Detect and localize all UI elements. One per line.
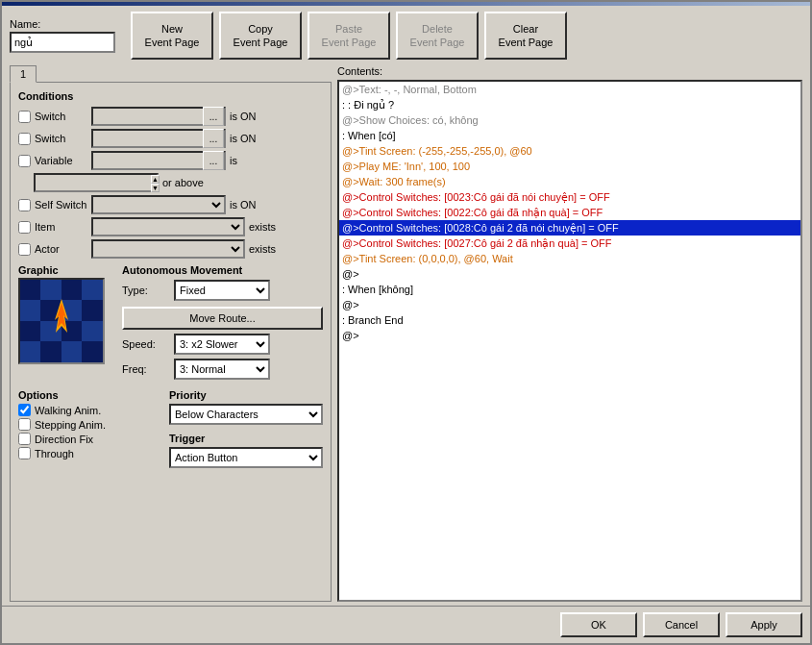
trigger-box: Trigger Action Button Player Touch Event… (169, 433, 323, 468)
switch2-suffix: is ON (230, 133, 257, 144)
copy-event-page-button[interactable]: Copy Event Page (219, 12, 302, 60)
graphic-title: Graphic (18, 264, 59, 276)
variable-suffix: is (230, 155, 237, 166)
item-dropdown[interactable] (91, 217, 245, 236)
name-input[interactable] (10, 32, 115, 53)
actor-suffix: exists (249, 243, 276, 255)
speed-dropdown[interactable]: 1: x8 Slower 2: x4 Slower 3: x2 Slower 4… (174, 334, 270, 355)
content-row[interactable]: @>Tint Screen: (0,0,0,0), @60, Wait (339, 251, 800, 266)
condition-switch2-row: Switch ... is ON (18, 129, 323, 148)
variable-dots-button[interactable]: ... (203, 151, 224, 170)
content-row[interactable]: @>Control Switches: [0022:Cô gái đã nhận… (339, 205, 800, 220)
actor-label: Actor (35, 243, 87, 255)
type-label: Type: (122, 285, 170, 296)
or-above-label: or above (162, 177, 204, 188)
graphic-movement-section: Graphic (18, 264, 323, 380)
variable-label: Variable (35, 155, 87, 166)
content-row[interactable]: @> (339, 297, 800, 312)
switch2-dots-button[interactable]: ... (203, 129, 224, 148)
delete-event-page-button[interactable]: Delete Event Page (396, 12, 479, 60)
contents-area[interactable]: @>Text: -, -, Normal, Bottom: : Đi ngủ ?… (337, 80, 802, 602)
type-dropdown[interactable]: Fixed Random Approach Custom (174, 280, 270, 301)
stepping-anim-label: Stepping Anim. (35, 419, 106, 431)
condition-self-switch-row: Self Switch is ON (18, 195, 323, 214)
svg-rect-16 (82, 341, 103, 362)
name-label: Name: (10, 18, 115, 30)
self-switch-dropdown[interactable] (91, 195, 226, 214)
condition-actor-row: Actor exists (18, 239, 323, 259)
svg-rect-1 (20, 280, 40, 300)
graphic-box: Graphic (18, 264, 114, 380)
freq-dropdown[interactable]: 1: Lowest 2: Lower 3: Normal 4: Higher 5… (174, 359, 270, 380)
stepping-anim-checkbox[interactable] (18, 418, 31, 431)
left-panel: 1 Conditions Switch ... is ON (10, 65, 332, 602)
svg-rect-14 (40, 341, 62, 362)
spin-down[interactable]: ▼ (151, 184, 160, 192)
cancel-button[interactable]: Cancel (643, 612, 720, 637)
walking-anim-row: Walking Anim. (18, 404, 161, 416)
self-switch-checkbox[interactable] (18, 199, 31, 211)
switch2-checkbox[interactable] (18, 133, 31, 145)
switch1-suffix: is ON (230, 111, 257, 122)
item-label: Item (35, 221, 87, 233)
through-checkbox[interactable] (18, 447, 31, 459)
spin-up[interactable]: ▲ (151, 175, 160, 184)
content-row[interactable]: @>Text: -, -, Normal, Bottom (339, 82, 800, 97)
switch1-input: ... (91, 107, 226, 126)
content-row[interactable]: : When [có] (339, 128, 800, 143)
priority-dropdown[interactable]: Below Characters Same as Characters Abov… (169, 404, 323, 425)
svg-rect-3 (62, 280, 82, 300)
tab-bar: 1 (10, 65, 332, 83)
priority-trigger-group: Priority Below Characters Same as Charac… (169, 389, 323, 468)
new-event-page-button[interactable]: New Event Page (131, 12, 213, 60)
direction-fix-checkbox[interactable] (18, 433, 31, 445)
self-switch-label: Self Switch (35, 199, 87, 211)
content-row[interactable]: : : Đi ngủ ? (339, 97, 800, 112)
speed-row: Speed: 1: x8 Slower 2: x4 Slower 3: x2 S… (122, 334, 323, 355)
or-above-value[interactable] (36, 175, 151, 190)
content-row[interactable]: @> (339, 266, 800, 282)
apply-button[interactable]: Apply (726, 612, 802, 637)
stepping-anim-row: Stepping Anim. (18, 418, 161, 431)
content-row[interactable]: @>Wait: 300 frame(s) (339, 174, 800, 189)
walking-anim-label: Walking Anim. (35, 405, 101, 416)
direction-fix-row: Direction Fix (18, 433, 161, 445)
switch1-checkbox[interactable] (18, 111, 31, 123)
content-row[interactable]: : When [không] (339, 282, 800, 297)
graphic-canvas[interactable] (18, 278, 105, 364)
walking-anim-checkbox[interactable] (18, 404, 31, 416)
variable-checkbox[interactable] (18, 155, 31, 167)
content-row[interactable]: @>Control Switches: [0027:Cô gái 2 đã nh… (339, 236, 800, 251)
tab-1[interactable]: 1 (10, 65, 37, 83)
content-row[interactable]: @>Show Choices: có, không (339, 112, 800, 128)
condition-variable-row: Variable ... is (18, 151, 323, 170)
type-row: Type: Fixed Random Approach Custom (122, 280, 323, 301)
options-box: Options Walking Anim. Stepping Anim. Dir… (18, 389, 161, 468)
or-above-spin[interactable]: ▲ ▼ (34, 173, 159, 192)
svg-rect-2 (40, 280, 62, 300)
svg-rect-13 (20, 341, 40, 362)
switch2-input: ... (91, 129, 226, 148)
switch1-label: Switch (35, 111, 87, 122)
actor-checkbox[interactable] (18, 243, 31, 256)
trigger-dropdown[interactable]: Action Button Player Touch Event Touch A… (169, 447, 323, 468)
clear-event-page-button[interactable]: Clear Event Page (484, 12, 567, 60)
svg-rect-9 (20, 321, 40, 341)
paste-event-page-button[interactable]: Paste Event Page (308, 12, 390, 60)
actor-dropdown[interactable] (91, 239, 245, 259)
content-row[interactable]: : Branch End (339, 312, 800, 328)
options-title: Options (18, 389, 161, 401)
speed-label: Speed: (122, 338, 170, 350)
content-row[interactable]: @>Tint Screen: (-255,-255,-255,0), @60 (339, 143, 800, 159)
svg-rect-5 (20, 300, 40, 321)
main-content: 1 Conditions Switch ... is ON (2, 65, 810, 606)
content-row[interactable]: @>Control Switches: [0028:Cô gái 2 đã nó… (339, 220, 800, 236)
switch1-dots-button[interactable]: ... (203, 107, 224, 126)
bottom-bar: OK Cancel Apply (2, 606, 810, 643)
move-route-button[interactable]: Move Route... (122, 307, 323, 330)
content-row[interactable]: @>Play ME: 'Inn', 100, 100 (339, 159, 800, 174)
content-row[interactable]: @> (339, 328, 800, 343)
content-row[interactable]: @>Control Switches: [0023:Cô gái đã nói … (339, 189, 800, 205)
ok-button[interactable]: OK (560, 612, 637, 637)
item-checkbox[interactable] (18, 221, 31, 234)
